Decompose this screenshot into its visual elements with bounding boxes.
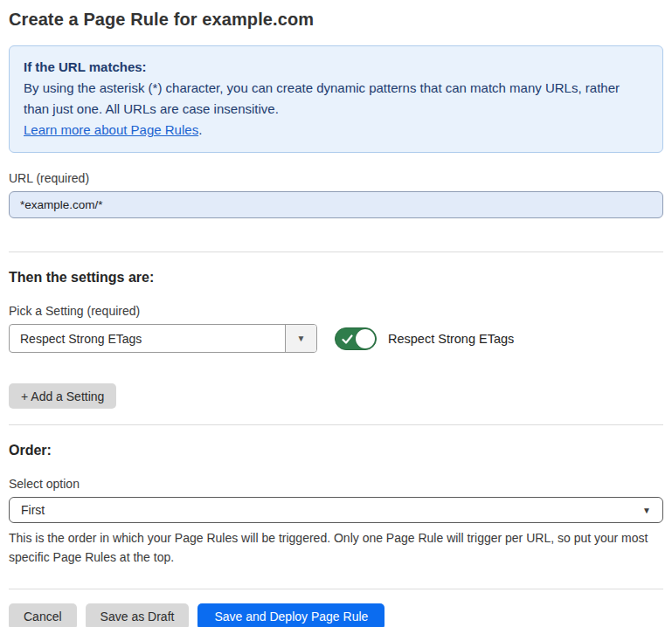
divider: [9, 251, 663, 252]
url-match-info-box: If the URL matches: By using the asteris…: [9, 45, 663, 153]
info-box-body: By using the asterisk (*) character, you…: [24, 78, 648, 120]
order-help-text: This is the order in which your Page Rul…: [9, 528, 660, 567]
order-select-value: First: [21, 503, 45, 517]
divider: [9, 424, 663, 425]
page-title: Create a Page Rule for example.com: [9, 10, 663, 30]
toggle-knob: [356, 329, 375, 348]
footer-actions: Cancel Save as Draft Save and Deploy Pag…: [9, 603, 663, 627]
check-icon: [342, 334, 353, 345]
pick-setting-label: Pick a Setting (required): [9, 304, 663, 318]
order-select[interactable]: First ▼: [9, 497, 663, 523]
setting-select-value: Respect Strong ETags: [10, 325, 285, 352]
save-and-deploy-button[interactable]: Save and Deploy Page Rule: [197, 603, 384, 627]
order-select-label: Select option: [9, 477, 663, 491]
url-field-label: URL (required): [9, 171, 663, 185]
setting-row: Respect Strong ETags ▼ Respect Strong ET…: [9, 324, 663, 353]
chevron-down-icon: ▼: [642, 506, 651, 515]
url-input[interactable]: [9, 191, 663, 218]
save-as-draft-button[interactable]: Save as Draft: [86, 603, 190, 627]
learn-more-link[interactable]: Learn more about Page Rules: [24, 122, 198, 137]
link-suffix: .: [198, 122, 202, 137]
chevron-down-icon: ▼: [297, 334, 306, 343]
info-box-link-line: Learn more about Page Rules.: [24, 120, 648, 141]
order-section-heading: Order:: [9, 443, 663, 458]
setting-select-arrow-button[interactable]: ▼: [285, 325, 316, 352]
info-box-heading: If the URL matches:: [24, 57, 648, 78]
create-page-rule-form: Create a Page Rule for example.com If th…: [0, 0, 672, 627]
respect-strong-etags-toggle[interactable]: [335, 327, 377, 350]
add-setting-button[interactable]: + Add a Setting: [9, 383, 116, 409]
divider: [9, 589, 663, 589]
setting-select[interactable]: Respect Strong ETags ▼: [9, 324, 317, 353]
cancel-button[interactable]: Cancel: [9, 603, 77, 627]
settings-section-heading: Then the settings are:: [9, 270, 663, 286]
toggle-label: Respect Strong ETags: [388, 332, 514, 346]
